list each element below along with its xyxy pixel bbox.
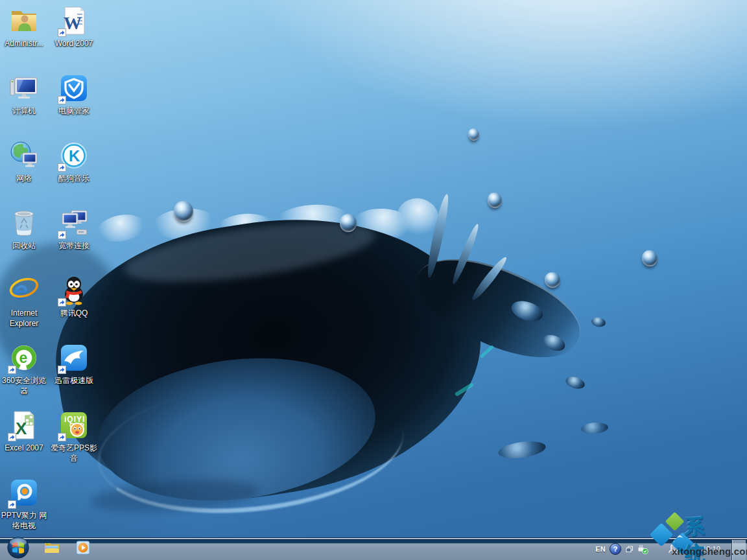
desktop-icon-word-2007[interactable]: W Word 2007 — [51, 5, 97, 49]
splash-hole — [90, 344, 384, 516]
shortcut-arrow-icon — [58, 298, 66, 307]
desktop-icon-excel-2007[interactable]: X Excel 2007 — [1, 410, 47, 453]
water-droplet — [545, 272, 560, 288]
desktop-icon-administrator[interactable]: Administr... — [1, 5, 47, 49]
splash-blob — [540, 332, 567, 354]
computer-icon — [8, 73, 40, 104]
pptv-icon — [8, 477, 40, 508]
watermark-diamond-green — [665, 512, 685, 531]
desktop-icon-label: PPTV聚力 网络电视 — [1, 510, 47, 531]
safely-remove-hardware-icon[interactable] — [635, 538, 650, 560]
taskbar-clock[interactable]: 10:10 — [695, 538, 728, 560]
desktop-icon-360-browser[interactable]: e 360安全浏览器 — [1, 342, 47, 396]
internet-explorer-icon: e — [8, 275, 40, 306]
shortcut-arrow-icon — [58, 29, 66, 37]
start-button[interactable] — [7, 537, 29, 559]
language-indicator-label: EN — [595, 545, 605, 553]
speaker-icon — [680, 544, 691, 554]
splash-arm — [404, 235, 592, 379]
desktop-icon-label: 电脑管家 — [51, 106, 97, 116]
desktop: Administr... W Word 2007 计算机 电脑管家 网络 K 酷… — [0, 0, 747, 560]
splash-sheen — [121, 211, 379, 294]
splash-blob — [580, 422, 608, 435]
shortcut-arrow-icon — [58, 96, 66, 104]
taskbar-media-player-button[interactable] — [70, 538, 96, 560]
taskbar: EN ? ▾ 10:10 — [0, 537, 747, 560]
desktop-icon-broadband[interactable]: 宽带连接 — [51, 207, 97, 251]
recycle-bin-icon — [8, 207, 40, 239]
desktop-icon-label: Administr... — [1, 38, 47, 49]
usb-icon — [637, 544, 648, 554]
splash-crown — [353, 207, 414, 240]
shortcut-arrow-icon — [58, 163, 66, 172]
shortcut-arrow-icon — [8, 433, 16, 441]
desktop-icon-computer[interactable]: 计算机 — [1, 73, 47, 116]
water-droplet — [174, 201, 193, 222]
water-droplet — [340, 214, 357, 232]
kugou-music-icon: K — [58, 140, 89, 171]
volume-icon[interactable] — [678, 538, 693, 560]
desktop-icon-iqiyi-pps[interactable]: iQIYI 爱奇艺PPS影音 — [51, 410, 97, 463]
splash-crown — [394, 196, 440, 239]
water-splash — [0, 0, 747, 560]
svg-text:K: K — [69, 147, 80, 165]
windows-explorer-icon — [44, 541, 60, 557]
splash-crown — [275, 203, 351, 239]
splash-spike — [424, 193, 451, 279]
network-places-icon — [8, 140, 40, 171]
desktop-icon-pc-manager[interactable]: 电脑管家 — [51, 73, 97, 116]
word-2007-icon: W — [58, 5, 89, 36]
water-droplet — [468, 128, 479, 141]
desktop-icon-label: 迅雷极速版 — [51, 375, 97, 386]
desktop-icon-internet-explorer[interactable]: e Internet Explorer — [1, 275, 47, 329]
desktop-icon-label: 计算机 — [1, 106, 47, 116]
desktop-icon-label: Word 2007 — [51, 38, 97, 49]
splash-glint — [455, 382, 474, 397]
desktop-icon-label: 腾讯QQ — [51, 308, 97, 318]
taskbar-windows-explorer-button[interactable] — [39, 538, 65, 560]
splash-spike — [450, 222, 482, 285]
pc-manager-icon — [58, 73, 89, 104]
show-desktop-button[interactable] — [731, 540, 746, 560]
shortcut-arrow-icon — [58, 433, 66, 441]
desktop-icon-network[interactable]: 网络 — [1, 140, 47, 183]
desktop-icon-kugou[interactable]: K 酷狗音乐 — [51, 140, 97, 183]
svg-text:X: X — [16, 419, 27, 438]
shortcut-arrow-icon — [58, 366, 66, 374]
desktop-icon-label: Internet Explorer — [1, 308, 47, 329]
splash-blob — [591, 316, 606, 328]
water-droplet — [488, 192, 502, 208]
splash-spike — [469, 255, 510, 303]
language-bar-restore-icon[interactable] — [624, 538, 635, 560]
language-indicator[interactable]: EN — [593, 538, 608, 560]
shortcut-arrow-icon — [58, 231, 66, 239]
desktop-icon-label: 宽带连接 — [51, 240, 97, 251]
splash-rim — [91, 368, 410, 527]
water-droplet — [642, 250, 658, 266]
desktop-icon-qq[interactable]: 腾讯QQ — [51, 275, 97, 318]
windows-media-player-icon — [76, 541, 90, 557]
desktop-icon-label: 360安全浏览器 — [1, 375, 47, 396]
svg-text:iQIYI: iQIYI — [64, 415, 85, 424]
restore-window-icon — [626, 546, 634, 553]
clock-label: 10:10 — [702, 545, 720, 553]
language-help-icon[interactable]: ? — [609, 538, 622, 560]
splash-blob — [564, 375, 586, 391]
splash-ring — [38, 190, 501, 525]
splash-blob — [497, 439, 547, 461]
splash-crown — [217, 212, 274, 242]
desktop-icon-label: 爱奇艺PPS影音 — [51, 443, 97, 463]
iqiyi-pps-icon: iQIYI — [58, 410, 89, 441]
question-mark-icon: ? — [610, 543, 621, 555]
shortcut-arrow-icon — [8, 500, 16, 509]
broadband-connection-icon — [58, 207, 89, 239]
360-safe-browser-icon: e — [8, 342, 40, 373]
shortcut-arrow-icon — [8, 366, 16, 374]
svg-text:W: W — [64, 13, 82, 33]
user-folder-icon — [8, 5, 40, 36]
desktop-icon-pptv[interactable]: PPTV聚力 网络电视 — [1, 477, 47, 531]
desktop-icon-thunder[interactable]: 迅雷极速版 — [51, 342, 97, 386]
desktop-icon-label: Excel 2007 — [1, 443, 47, 453]
excel-2007-icon: X — [8, 410, 40, 441]
desktop-icon-recycle-bin[interactable]: 回收站 — [1, 207, 47, 251]
